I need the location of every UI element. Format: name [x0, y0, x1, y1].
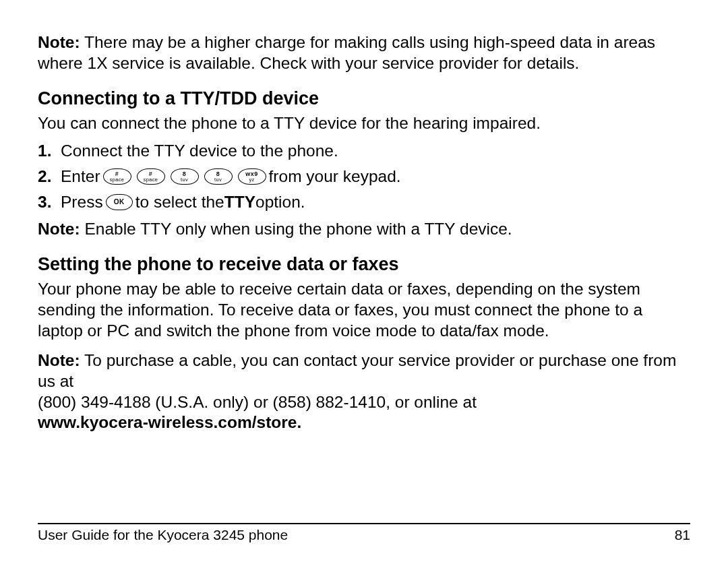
keypad-8-icon: 8 tuv — [171, 168, 199, 185]
step-text-post: option. — [255, 189, 305, 215]
tty-option-label: TTY — [224, 189, 255, 215]
tty-note-text: Enable TTY only when using the phone wit… — [80, 220, 512, 238]
store-url: www.kyocera-wireless.com/store — [38, 413, 297, 431]
step-1: 1. Connect the TTY device to the phone. — [38, 138, 690, 164]
manual-page: Note: There may be a higher charge for m… — [0, 0, 728, 562]
key-bot: tuv — [214, 177, 222, 183]
note-label: Note: — [38, 220, 80, 238]
step-text-post: from your keypad. — [269, 164, 401, 189]
key-bot: space — [110, 177, 125, 183]
key-bot: yz — [249, 177, 255, 183]
step-2: 2. Enter # space # space 8 tuv 8 tuv wx9… — [38, 164, 690, 189]
step-number: 2. — [38, 164, 61, 189]
key-bot: space — [144, 177, 158, 183]
intro-note-text: There may be a higher charge for making … — [38, 33, 655, 72]
keypad-hash-icon: # space — [103, 168, 131, 185]
tty-steps: 1. Connect the TTY device to the phone. … — [38, 138, 690, 215]
step-number: 3. — [38, 189, 61, 215]
footer-title: User Guide for the Kyocera 3245 phone — [38, 527, 288, 543]
period: . — [297, 413, 301, 431]
step-text-mid: to select the — [135, 189, 224, 215]
tty-intro: You can connect the phone to a TTY devic… — [38, 113, 690, 134]
step-text: Connect the TTY device to the phone. — [61, 138, 338, 164]
note-label: Note: — [38, 351, 80, 369]
step-number: 1. — [38, 138, 61, 164]
fax-body: Your phone may be able to receive certai… — [38, 279, 690, 341]
keypad-ok-icon: OK — [106, 194, 133, 210]
fax-note: Note: To purchase a cable, you can conta… — [38, 350, 690, 433]
heading-fax: Setting the phone to receive data or fax… — [38, 254, 690, 275]
fax-note-text: To purchase a cable, you can contact you… — [38, 351, 676, 390]
step-3: 3. Press OK to select the TTY option. — [38, 189, 690, 215]
page-footer: User Guide for the Kyocera 3245 phone 81 — [38, 523, 690, 543]
step-text-pre: Press — [61, 189, 103, 215]
heading-tty: Connecting to a TTY/TDD device — [38, 88, 690, 109]
keypad-9-icon: wx9 yz — [238, 168, 266, 185]
key-bot: tuv — [181, 177, 188, 183]
page-number: 81 — [675, 527, 690, 543]
keypad-8-icon: 8 tuv — [204, 168, 233, 185]
step-text-pre: Enter — [61, 164, 100, 189]
keypad-hash-icon: # space — [137, 168, 165, 185]
note-label: Note: — [38, 33, 80, 51]
intro-note: Note: There may be a higher charge for m… — [38, 32, 690, 73]
fax-phones: (800) 349-4188 (U.S.A. only) or (858) 88… — [38, 393, 477, 411]
tty-note: Note: Enable TTY only when using the pho… — [38, 219, 690, 240]
